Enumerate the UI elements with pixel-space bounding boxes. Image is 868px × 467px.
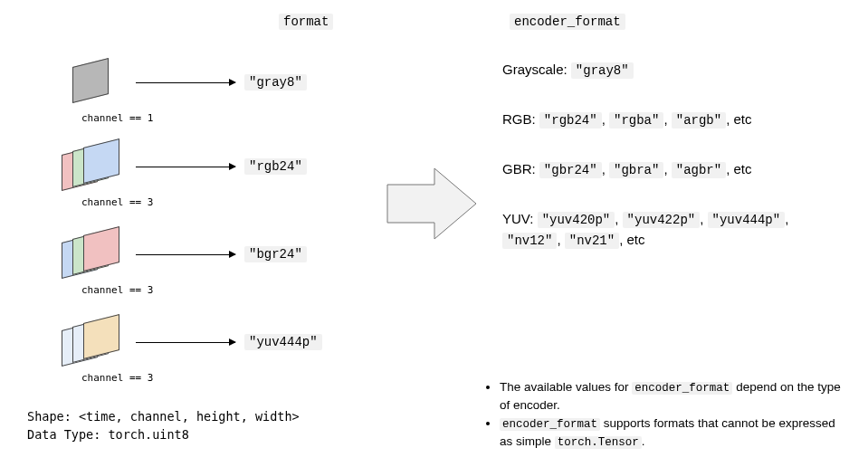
plane-gray <box>72 58 109 103</box>
plane-red <box>83 226 119 272</box>
column-header-format: format <box>279 13 333 29</box>
code-inline: encoder_format <box>500 418 600 431</box>
arrow-icon <box>136 167 235 167</box>
group-grayscale: Grayscale: "gray8" <box>502 60 828 81</box>
format-value: "rgb24" <box>244 158 307 175</box>
code-value: "argb" <box>672 112 726 129</box>
format-header-code: format <box>279 14 333 30</box>
encoder-format-header-code: encoder_format <box>510 14 625 30</box>
planes-bgr: channel == 3 <box>56 222 127 287</box>
plane-blue <box>83 138 119 184</box>
row-yuv444p: channel == 3 "yuv444p" <box>56 310 322 375</box>
etc-text: , etc <box>726 111 751 127</box>
code-value: "yuv444p" <box>708 212 786 228</box>
channel-label: channel == 1 <box>81 112 153 124</box>
channel-label: channel == 3 <box>81 372 153 384</box>
group-gbr: GBR: "gbr24", "gbra", "agbr", etc <box>502 159 828 180</box>
note-text: The available values for <box>500 380 632 394</box>
dtype-label: Data Type: <box>27 427 108 442</box>
dtype-value: torch.uint8 <box>108 427 188 442</box>
group-rgb: RGB: "rgb24", "rgba", "argb", etc <box>502 110 828 130</box>
etc-text: , etc <box>726 161 751 176</box>
plane-v <box>83 314 119 359</box>
row-rgb24: channel == 3 "rgb24" <box>56 134 307 199</box>
etc-text: , etc <box>619 232 644 247</box>
code-value: "nv21" <box>565 233 619 249</box>
code-value: "gbra" <box>609 162 663 178</box>
planes-yuv: channel == 3 <box>56 310 127 375</box>
notes-list: The available values for encoder_format … <box>480 378 842 451</box>
big-arrow-icon <box>386 165 480 243</box>
group-yuv: YUV: "yuv420p", "yuv422p", "yuv444p", "n… <box>502 209 828 251</box>
column-header-encoder-format: encoder_format <box>510 13 625 29</box>
code-value: "gray8" <box>571 62 634 79</box>
shape-line: Shape: <time, channel, height, width> <box>27 407 300 425</box>
rgb-label: RGB: <box>502 111 539 127</box>
arrow-icon <box>136 254 235 255</box>
yuv-label: YUV: <box>502 211 538 226</box>
code-inline: torch.Tensor <box>555 436 642 449</box>
code-value: "agbr" <box>672 162 726 178</box>
planes-rgb: channel == 3 <box>56 134 127 199</box>
gbr-label: GBR: <box>502 161 539 176</box>
shape-label: Shape: <box>27 409 79 424</box>
arrow-icon <box>136 82 235 83</box>
encoder-format-list: Grayscale: "gray8" RGB: "rgb24", "rgba",… <box>502 60 828 280</box>
grayscale-label: Grayscale: <box>502 62 571 77</box>
format-value: "gray8" <box>244 74 307 91</box>
note-item: The available values for encoder_format … <box>500 378 842 415</box>
row-gray8: channel == 1 "gray8" <box>56 50 307 115</box>
code-value: "rgb24" <box>539 112 602 129</box>
code-value: "rgba" <box>609 112 663 129</box>
row-bgr24: channel == 3 "bgr24" <box>56 222 307 287</box>
code-value: "nv12" <box>502 233 557 249</box>
note-text: . <box>642 434 645 448</box>
planes-gray: channel == 1 <box>56 50 127 115</box>
code-value: "yuv420p" <box>538 212 615 228</box>
code-value: "yuv422p" <box>623 212 701 228</box>
dtype-line: Data Type: torch.uint8 <box>27 425 300 443</box>
format-value: "yuv444p" <box>244 334 322 350</box>
footer-meta: Shape: <time, channel, height, width> Da… <box>27 407 300 444</box>
shape-value: <time, channel, height, width> <box>79 409 300 424</box>
note-item: encoder_format supports formats that can… <box>500 415 842 451</box>
arrow-icon <box>136 342 235 343</box>
channel-label: channel == 3 <box>81 284 153 296</box>
channel-label: channel == 3 <box>81 196 153 208</box>
format-value: "bgr24" <box>244 246 307 262</box>
code-value: "gbr24" <box>539 162 602 178</box>
code-inline: encoder_format <box>632 382 732 395</box>
